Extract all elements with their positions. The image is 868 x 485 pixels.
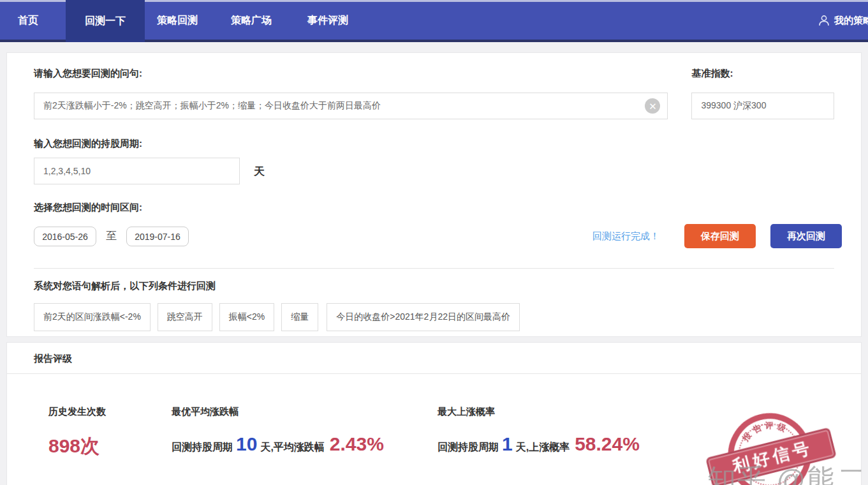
condition-chip: 前2天的区间涨跌幅<-2%: [34, 303, 151, 331]
nav-item-home[interactable]: 首页: [18, 2, 38, 40]
stamp-arc-char: 告: [750, 421, 765, 436]
period-label: 输入您想回测的持股周期:: [34, 137, 834, 150]
top-nav: 首页 回测一下 策略回测 策略广场 事件评测 我的策略: [0, 0, 868, 42]
condition-chip: 今日的收盘价>2021年2月22日的区间最高价: [327, 303, 520, 331]
stat-holding-days: 1: [502, 433, 513, 455]
user-icon: [818, 15, 830, 27]
stat-occurrences-value: 898次: [48, 433, 99, 459]
stat-max-up-probability: 最大上涨概率 回测持股周期 1 天,上涨概率 58.24%: [438, 406, 640, 455]
parsed-conditions-heading: 系统对您语句解析后，以下列条件进行回测: [34, 280, 834, 292]
condition-chips: 前2天的区间涨跌幅<-2% 跳空高开 振幅<2% 缩量 今日的收盘价>2021年…: [34, 303, 834, 331]
rating-stamp: 报 告 评 级 利好信号: [712, 398, 830, 485]
stat-best-avg-change-label: 最优平均涨跌幅: [172, 406, 384, 418]
report-rating-title: 报告评级: [7, 343, 861, 374]
stat-best-avg-change: 最优平均涨跌幅 回测持股周期 10 天,平均涨跌幅 2.43%: [172, 406, 384, 455]
stat-avg-change-value: 2.43%: [330, 433, 384, 455]
stat-holding-prefix: 回测持股周期: [438, 441, 499, 454]
nav-item-strategy-square[interactable]: 策略广场: [231, 2, 272, 40]
stat-max-up-probability-label: 最大上涨概率: [438, 406, 640, 418]
stat-up-probability-text: 天,上涨概率: [516, 441, 570, 454]
backtest-form-panel: 请输入您想要回测的问句: ✕ 基准指数: 输入您想回测的持股周期: 天 选择您想…: [6, 52, 862, 337]
form-divider: [34, 268, 834, 269]
benchmark-label: 基准指数:: [691, 67, 834, 80]
end-date-input[interactable]: [126, 227, 189, 246]
period-input[interactable]: [34, 158, 240, 184]
condition-chip: 振幅<2%: [219, 303, 274, 331]
my-strategy-link[interactable]: 我的策略: [818, 2, 868, 40]
stat-holding-days: 10: [236, 433, 257, 455]
stamp-arc-char: 级: [775, 421, 789, 435]
benchmark-input[interactable]: [691, 93, 834, 119]
nav-item-backtest[interactable]: 回测一下: [66, 0, 145, 42]
period-unit-label: 天: [254, 164, 265, 179]
date-separator-label: 至: [106, 228, 117, 243]
watermark-text: 知乎 @熊二: [707, 461, 867, 485]
stat-up-probability-value: 58.24%: [575, 433, 640, 455]
stamp-dotted-ring-icon: [732, 416, 808, 485]
stamp-outer-ring-icon: [719, 404, 820, 485]
stat-holding-prefix: 回测持股周期: [172, 441, 233, 454]
query-input[interactable]: [34, 93, 668, 119]
backtest-status-text: 回测运行完成！: [592, 230, 659, 243]
nav-item-strategy-backtest[interactable]: 策略回测: [157, 2, 198, 40]
report-rating-panel: 报告评级 历史发生次数 898次 最优平均涨跌幅 回测持股周期 10 天,平均涨…: [6, 342, 862, 485]
rerun-backtest-button[interactable]: 再次回测: [770, 224, 842, 248]
stat-occurrences: 历史发生次数 898次: [48, 406, 106, 459]
stamp-banner-text: 利好信号: [727, 436, 815, 479]
nav-item-event-eval[interactable]: 事件评测: [307, 2, 348, 40]
report-stats: 历史发生次数 898次 最优平均涨跌幅 回测持股周期 10 天,平均涨跌幅 2.…: [7, 374, 861, 485]
stat-occurrences-label: 历史发生次数: [48, 406, 106, 418]
stamp-banner: 利好信号: [705, 428, 837, 485]
condition-chip: 跳空高开: [158, 303, 212, 331]
my-strategy-label: 我的策略: [834, 15, 868, 27]
stamp-arc-char: 报: [739, 429, 754, 445]
save-backtest-button[interactable]: 保存回测: [684, 224, 756, 248]
date-range-label: 选择您想回测的时间区间:: [34, 201, 834, 214]
condition-chip: 缩量: [281, 303, 318, 331]
stat-avg-change-text: 天,平均涨跌幅: [260, 441, 324, 454]
stamp-arc-char: 评: [764, 420, 775, 432]
start-date-input[interactable]: [34, 227, 96, 246]
query-label: 请输入您想要回测的问句:: [34, 67, 668, 80]
